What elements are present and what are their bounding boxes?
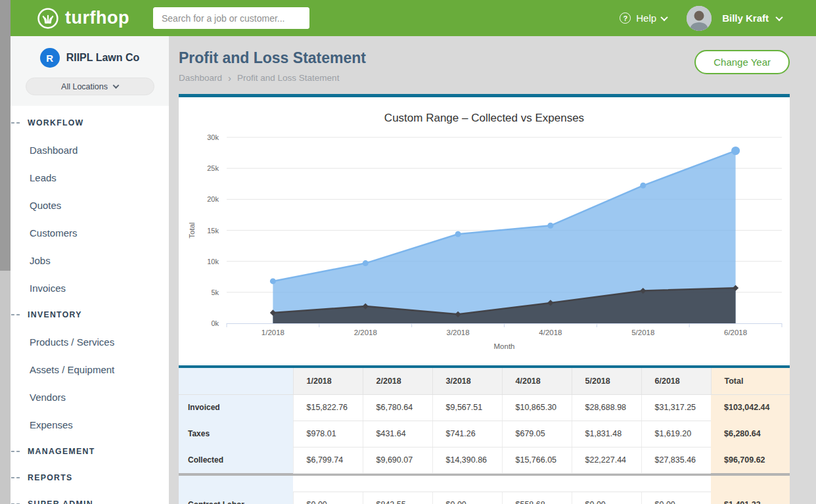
chart-title: Custom Range – Collected vs Expenses [384,112,584,124]
sidebar-item-vendors[interactable]: Vendors [11,383,169,411]
table-cell: $431.64 [363,421,432,447]
table-cell: $31,317.25 [641,394,711,421]
company-block: R RIIPL Lawn Co All Locations [11,36,169,106]
sidebar-item-quotes[interactable]: Quotes [11,191,169,219]
page-title: Profit and Loss Statement [179,49,366,67]
user-name: Billy Kraft [722,12,769,24]
tree-dash-icon [11,477,20,478]
nav-section-label: WORKFLOW [28,118,84,127]
help-label: Help [636,12,656,24]
table-cell: $10,865.30 [502,394,572,421]
sidebar-item-assets-equipment[interactable]: Assets / Equipment [11,355,169,383]
company-initial: R [46,53,53,64]
table-row: Invoiced$15,822.76$6,780.64$9,567.51$10,… [179,394,790,421]
nav-section-workflow[interactable]: WORKFLOW [11,110,169,136]
data-point-collected[interactable] [363,260,369,266]
y-tick-label: 15k [207,227,219,235]
y-tick-label: 0k [211,319,219,327]
y-tick-label: 20k [207,195,219,203]
sidebar-item-dashboard[interactable]: Dashboard [11,136,169,164]
table-cell: $0.00 [432,492,502,504]
column-header [179,368,293,394]
table-cell: $978.01 [293,421,363,447]
table-cell: $27,835.46 [641,447,711,473]
help-icon: ? [620,12,631,24]
app-viewport: turfhop ? Help Billy Kraft [0,0,816,504]
report-card: Custom Range – Collected vs Expenses0k5k… [179,94,790,504]
row-label: Invoiced [179,394,293,421]
search-input[interactable] [153,7,309,29]
data-point-collected[interactable] [640,183,646,189]
collected-vs-expenses-chart[interactable]: Custom Range – Collected vs Expenses0k5k… [179,97,790,365]
table-cell: $9,690.07 [363,447,432,473]
table-cell: $28,688.98 [572,394,641,421]
nav-section-inventory[interactable]: INVENTORY [11,302,169,328]
chevron-down-icon [112,82,119,89]
user-avatar[interactable] [687,6,712,31]
nav-section-super-admin[interactable]: SUPER ADMIN [11,491,169,504]
change-year-button[interactable]: Change Year [694,50,790,74]
y-axis-title: Total [188,222,196,238]
location-selector[interactable]: All Locations [26,78,154,95]
page-scrollbar[interactable] [0,0,11,504]
sidebar-item-invoices[interactable]: Invoices [11,274,169,302]
data-point-collected[interactable] [547,223,553,229]
y-tick-label: 25k [207,164,219,172]
sidebar-item-products-services[interactable]: Products / Services [11,328,169,355]
row-total: $96,709.62 [711,447,790,473]
table-cell: $6,799.74 [293,447,363,473]
main-content: Profit and Loss Statement Dashboard › Pr… [169,36,816,504]
table-cell: $15,766.05 [502,447,572,473]
company-logo: R [40,48,60,68]
help-menu[interactable]: ? Help [620,12,667,24]
chevron-down-icon [660,13,668,20]
user-menu[interactable]: Billy Kraft [722,12,782,24]
brand-logo[interactable]: turfhop [37,7,129,30]
tree-dash-icon [11,122,20,124]
column-header: 4/2018 [502,368,572,394]
avatar-photo [687,6,712,31]
chevron-down-icon [775,13,782,20]
nav-section-label: SUPER ADMIN [28,499,93,504]
spacer-row [179,476,790,492]
table-cell: $15,822.76 [293,394,363,421]
y-tick-label: 10k [207,258,219,265]
table-cell: $558.68 [502,492,572,504]
table-row: Contract Labor$0.00$842.55$0.00$558.68$0… [179,492,790,504]
nav-section-reports[interactable]: REPORTS [11,465,169,491]
page-header: Profit and Loss Statement Dashboard › Pr… [179,36,790,94]
table-cell: $22,227.44 [572,447,641,473]
row-label: Contract Labor [179,492,293,504]
x-tick-label: 5/2018 [631,329,654,336]
breadcrumb-current: Profit and Loss Statement [237,73,339,83]
profit-loss-table: 1/20182/20183/20184/20185/20186/2018Tota… [179,368,790,504]
row-label: Taxes [179,421,293,447]
data-point-collected[interactable] [731,147,740,155]
nav-section-management[interactable]: MANAGEMENT [11,438,169,465]
sidebar: R RIIPL Lawn Co All Locations WORKFLOWDa… [11,36,169,504]
sidebar-item-jobs[interactable]: Jobs [11,246,169,274]
breadcrumb-separator-icon: › [228,73,231,83]
location-label: All Locations [61,82,108,91]
breadcrumb-dashboard[interactable]: Dashboard [179,73,222,83]
x-tick-label: 4/2018 [539,329,562,336]
table-row: Taxes$978.01$431.64$741.26$679.05$1,831.… [179,421,790,447]
data-point-collected[interactable] [270,278,276,284]
table-cell: $842.55 [363,492,432,504]
tree-dash-icon [11,451,20,452]
scrollbar-thumb[interactable] [0,0,11,271]
x-axis-title: Month [494,342,515,350]
sidebar-item-customers[interactable]: Customers [11,219,169,246]
table-row: Collected$6,799.74$9,690.07$14,390.86$15… [179,447,790,473]
column-header: Total [711,368,790,394]
nav-section-label: MANAGEMENT [28,447,95,456]
turfhop-grass-icon [37,7,59,30]
table-cell: $1,831.48 [572,421,641,447]
y-tick-label: 5k [211,288,219,296]
data-point-collected[interactable] [455,231,461,237]
column-header: 2/2018 [363,368,432,394]
sidebar-nav: WORKFLOWDashboardLeadsQuotesCustomersJob… [11,106,169,504]
sidebar-item-leads[interactable]: Leads [11,164,169,191]
sidebar-item-expenses[interactable]: Expenses [11,411,169,438]
table-cell: $0.00 [641,492,711,504]
